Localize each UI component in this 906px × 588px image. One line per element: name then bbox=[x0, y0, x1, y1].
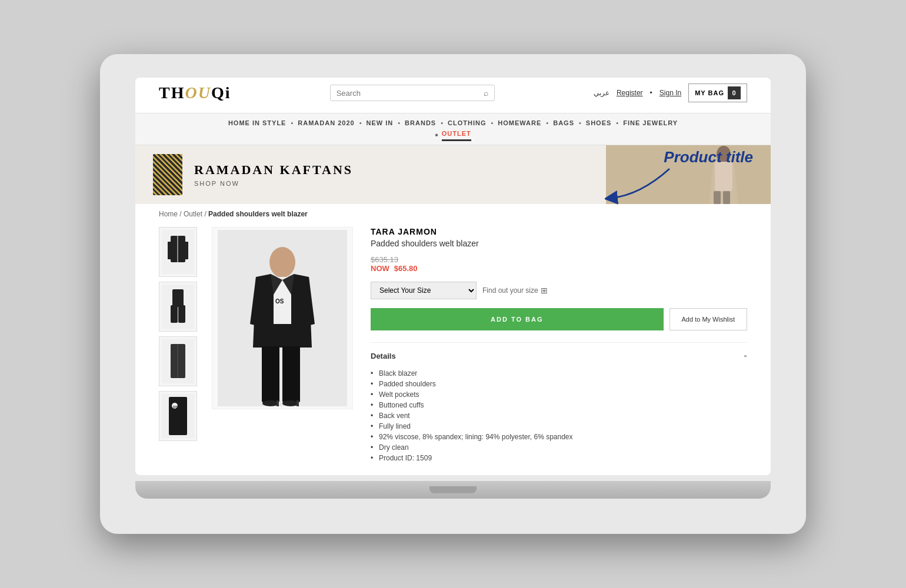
size-guide-link[interactable]: Find out your size ⊞ bbox=[482, 286, 548, 295]
detail-item-1: Black blazer bbox=[371, 368, 747, 379]
svg-point-1 bbox=[717, 146, 731, 162]
promo-banner[interactable]: RAMADAN KAFTANS SHOP NOW bbox=[135, 145, 771, 204]
site-logo[interactable]: THOUQi bbox=[159, 83, 231, 102]
nav-outlet[interactable]: OUTLET bbox=[442, 130, 471, 141]
svg-marker-5 bbox=[709, 162, 738, 204]
svg-rect-0 bbox=[606, 145, 771, 204]
banner-title: RAMADAN KAFTANS bbox=[194, 162, 353, 178]
nav-shoes[interactable]: SHOES bbox=[586, 119, 612, 126]
thumb-3-img bbox=[162, 339, 194, 383]
svg-text:OS: OS bbox=[173, 405, 178, 409]
thumb-2-img bbox=[162, 285, 194, 329]
banner-subtitle[interactable]: SHOP NOW bbox=[194, 180, 353, 187]
breadcrumb-current: Padded shoulders welt blazer bbox=[208, 210, 308, 218]
product-layout: OS bbox=[159, 227, 747, 463]
details-toggle-button[interactable]: - bbox=[744, 350, 747, 362]
detail-item-8: Dry clean bbox=[371, 442, 747, 453]
price-row: NOW $65.80 bbox=[371, 264, 747, 273]
nav-homeware[interactable]: HOMEWARE bbox=[498, 119, 541, 126]
size-chart-icon: ⊞ bbox=[541, 286, 548, 295]
header-actions: عربي Register • Sign In MY BAG 0 bbox=[594, 83, 747, 102]
nav-ramadan-2020[interactable]: RAMADAN 2020 bbox=[298, 119, 354, 126]
search-button[interactable]: ⌕ bbox=[484, 88, 488, 98]
price-now-label: NOW bbox=[371, 264, 389, 273]
main-nav: HOME IN STYLE • RAMADAN 2020 • NEW IN • … bbox=[135, 113, 771, 145]
thumb-4-img: OS bbox=[162, 394, 194, 438]
nav-clothing[interactable]: CLOTHING bbox=[448, 119, 486, 126]
svg-rect-28 bbox=[282, 346, 300, 402]
size-guide-label: Find out your size bbox=[482, 286, 538, 295]
svg-point-24 bbox=[269, 247, 295, 278]
banner-image bbox=[606, 145, 771, 204]
signin-link[interactable]: Sign In bbox=[659, 89, 681, 97]
header-dot: • bbox=[650, 89, 652, 97]
nav-sep-1: • bbox=[291, 119, 293, 126]
nav-sep-3: • bbox=[398, 119, 400, 126]
thumbnail-2[interactable] bbox=[159, 282, 197, 332]
nav-sep-4: • bbox=[441, 119, 443, 126]
actions-row: ADD TO BAG Add to My Wishlist bbox=[371, 308, 747, 330]
thumbnail-3[interactable] bbox=[159, 336, 197, 386]
brand-name: TARA JARMON bbox=[371, 227, 747, 236]
svg-rect-19 bbox=[169, 397, 187, 435]
banner-left: RAMADAN KAFTANS SHOP NOW bbox=[135, 145, 371, 204]
thumb-1-img bbox=[162, 230, 194, 274]
price-original: $635.13 bbox=[371, 255, 747, 264]
product-info: TARA JARMON Padded shoulders welt blazer… bbox=[365, 227, 747, 463]
detail-item-4: Buttoned cuffs bbox=[371, 400, 747, 410]
banner-text: RAMADAN KAFTANS SHOP NOW bbox=[194, 162, 353, 187]
nav-sep-8: • bbox=[616, 119, 618, 126]
site-header: THOUQi ⌕ عربي Register • Sign In MY BAG … bbox=[135, 78, 771, 113]
register-link[interactable]: Register bbox=[617, 89, 643, 97]
svg-rect-31 bbox=[277, 400, 279, 406]
product-title: Padded shoulders welt blazer bbox=[371, 239, 747, 248]
detail-item-5: Back vent bbox=[371, 410, 747, 421]
add-to-bag-button[interactable]: ADD TO BAG bbox=[371, 308, 664, 330]
detail-item-3: Welt pockets bbox=[371, 389, 747, 400]
add-to-wishlist-button[interactable]: Add to My Wishlist bbox=[669, 308, 747, 330]
nav-sep-2: • bbox=[359, 119, 362, 126]
breadcrumb-home[interactable]: Home bbox=[159, 210, 178, 218]
bag-count: 0 bbox=[728, 86, 741, 99]
search-input[interactable] bbox=[337, 89, 484, 98]
details-list: Black blazer Padded shoulders Welt pocke… bbox=[371, 368, 747, 463]
svg-rect-27 bbox=[262, 346, 279, 402]
thumbnail-1[interactable] bbox=[159, 227, 197, 277]
breadcrumb-outlet[interactable]: Outlet bbox=[184, 210, 202, 218]
laptop-notch bbox=[429, 486, 477, 493]
svg-rect-32 bbox=[297, 400, 299, 406]
nav-sep-5: • bbox=[491, 119, 493, 126]
banner-model-svg bbox=[606, 145, 771, 204]
product-thumbnails: OS bbox=[159, 227, 200, 463]
logo-accent: OU bbox=[185, 83, 211, 102]
nav-new-in[interactable]: NEW IN bbox=[367, 119, 394, 126]
detail-item-9: Product ID: 1509 bbox=[371, 453, 747, 463]
detail-item-7: 92% viscose, 8% spandex; lining: 94% pol… bbox=[371, 432, 747, 442]
nav-sep-6: • bbox=[546, 119, 548, 126]
thumbnail-4[interactable]: OS bbox=[159, 391, 197, 441]
nav-home-in-style[interactable]: HOME IN STYLE bbox=[228, 119, 287, 126]
my-bag-button[interactable]: MY BAG 0 bbox=[688, 83, 747, 102]
size-select[interactable]: Select Your Size XS S M L XL bbox=[371, 282, 477, 299]
details-section: Details - Black blazer Padded shoulders … bbox=[371, 342, 747, 463]
svg-rect-10 bbox=[184, 242, 188, 259]
svg-rect-12 bbox=[172, 289, 184, 307]
svg-point-30 bbox=[282, 400, 299, 406]
svg-rect-13 bbox=[171, 305, 178, 323]
svg-point-29 bbox=[262, 400, 279, 406]
product-main-image[interactable]: OS bbox=[212, 227, 353, 409]
page-content: Home / Outlet / Padded shoulders welt bl… bbox=[135, 204, 771, 475]
svg-rect-14 bbox=[178, 305, 185, 323]
price-now: $65.80 bbox=[394, 264, 418, 273]
nav-bags[interactable]: BAGS bbox=[553, 119, 574, 126]
product-main-svg: OS bbox=[218, 230, 347, 406]
detail-item-2: Padded shoulders bbox=[371, 379, 747, 389]
outlet-dot: • bbox=[435, 130, 438, 141]
my-bag-label: MY BAG bbox=[695, 89, 724, 96]
nav-sep-7: • bbox=[579, 119, 581, 126]
svg-rect-9 bbox=[168, 242, 172, 259]
nav-fine-jewelry[interactable]: FINE JEWELRY bbox=[623, 119, 678, 126]
arabic-label[interactable]: عربي bbox=[594, 89, 609, 97]
details-label: Details bbox=[371, 352, 396, 360]
nav-brands[interactable]: BRANDS bbox=[405, 119, 436, 126]
